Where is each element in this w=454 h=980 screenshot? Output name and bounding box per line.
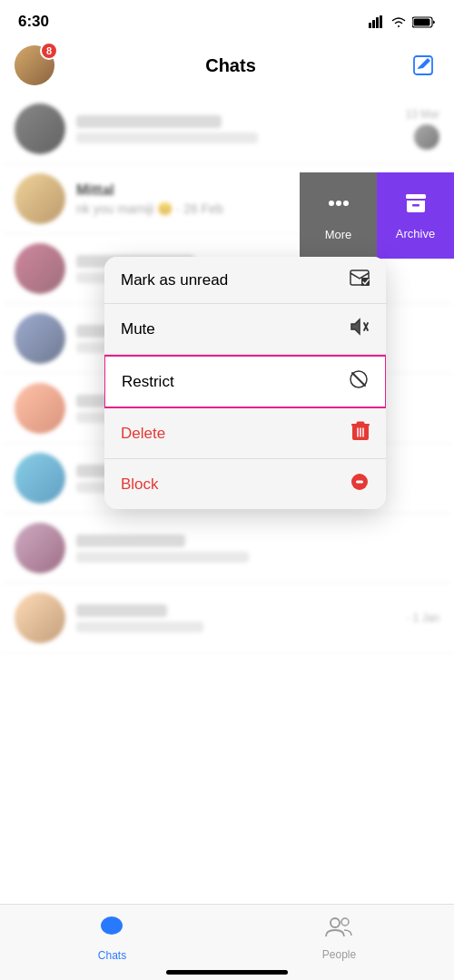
svg-point-9: [343, 201, 349, 206]
bottom-nav: Chats People: [0, 904, 454, 980]
chat-avatar: [15, 173, 65, 224]
compose-icon: [411, 54, 435, 77]
archive-icon: [403, 191, 429, 221]
context-menu: Mark as unread Mute Restrict: [104, 257, 386, 509]
chat-time: · 1 Jan: [407, 612, 439, 624]
chat-avatar: [15, 593, 65, 643]
svg-rect-2: [376, 17, 379, 28]
mute-icon: [350, 317, 370, 341]
people-icon: [324, 915, 353, 945]
menu-item-label: Block: [121, 475, 159, 494]
status-time: 6:30: [18, 13, 49, 31]
page-title: Chats: [205, 55, 256, 76]
svg-point-7: [329, 201, 334, 206]
chat-item[interactable]: · 1 Jan: [0, 583, 454, 653]
svg-rect-10: [406, 194, 426, 199]
menu-item-label: Mark as unread: [121, 271, 228, 289]
chat-avatar: [15, 453, 65, 504]
wifi-icon: [390, 15, 407, 28]
chat-name-blurred: [76, 604, 167, 617]
more-button[interactable]: More: [300, 172, 377, 259]
svg-rect-11: [412, 204, 419, 207]
menu-item-label: Mute: [121, 320, 155, 338]
chat-time: 13 Mar: [406, 108, 439, 121]
home-bar: [166, 970, 288, 975]
profile-avatar-wrap[interactable]: 8: [15, 45, 54, 85]
menu-item-label: Restrict: [122, 373, 174, 391]
chat-item[interactable]: 13 Mar: [0, 94, 454, 164]
delete-icon: [351, 421, 370, 446]
chat-info: [76, 534, 439, 563]
mark-unread-icon: [350, 270, 370, 290]
chat-avatar: [15, 383, 65, 434]
nav-people-label: People: [322, 948, 356, 961]
menu-item-delete[interactable]: Delete: [104, 408, 386, 459]
menu-item-restrict[interactable]: Restrict: [104, 355, 386, 408]
chat-avatar: [15, 523, 65, 573]
nav-chats-label: Chats: [98, 949, 126, 962]
svg-rect-1: [372, 20, 375, 28]
menu-item-mark-unread[interactable]: Mark as unread: [104, 257, 386, 304]
status-icons: [369, 15, 436, 28]
chat-name-blurred: [76, 534, 185, 547]
status-bar: 6:30: [0, 0, 454, 40]
svg-point-22: [341, 918, 349, 926]
signal-icon: [369, 15, 385, 28]
chat-preview-blurred: [76, 622, 203, 632]
archive-button[interactable]: Archive: [377, 172, 454, 259]
more-icon: [325, 190, 352, 222]
chat-info: [76, 604, 407, 632]
svg-rect-19: [356, 481, 363, 484]
nav-chats[interactable]: Chats: [98, 914, 126, 962]
svg-point-21: [331, 918, 340, 927]
menu-item-mute[interactable]: Mute: [104, 304, 386, 355]
svg-point-20: [101, 916, 123, 935]
more-label: More: [325, 228, 352, 241]
chat-meta: 13 Mar: [406, 108, 439, 150]
chat-meta: · 1 Jan: [407, 612, 439, 624]
compose-button[interactable]: [407, 49, 439, 82]
chats-icon: [98, 914, 125, 946]
chat-preview-blurred: [76, 132, 258, 143]
chat-preview-blurred: [76, 552, 249, 563]
notification-badge: 8: [40, 42, 58, 60]
svg-rect-17: [357, 422, 364, 425]
app-header: 8 Chats: [0, 40, 454, 94]
chat-avatar: [15, 103, 65, 154]
swipe-actions: More Archive: [300, 172, 454, 259]
menu-item-block[interactable]: Block: [104, 459, 386, 509]
small-avatar: [414, 124, 439, 150]
block-icon: [350, 472, 370, 496]
nav-people[interactable]: People: [322, 915, 356, 961]
restrict-icon: [349, 369, 369, 394]
svg-rect-5: [414, 18, 430, 25]
battery-icon: [412, 16, 436, 28]
svg-rect-3: [380, 15, 382, 28]
chat-name-blurred: [76, 115, 222, 128]
chat-avatar: [15, 243, 65, 294]
archive-label: Archive: [396, 227, 435, 240]
svg-rect-0: [369, 23, 371, 28]
chat-item[interactable]: [0, 514, 454, 583]
svg-point-8: [336, 201, 341, 206]
chat-info: [76, 115, 406, 143]
menu-item-label: Delete: [121, 425, 165, 443]
chat-avatar: [15, 313, 65, 364]
